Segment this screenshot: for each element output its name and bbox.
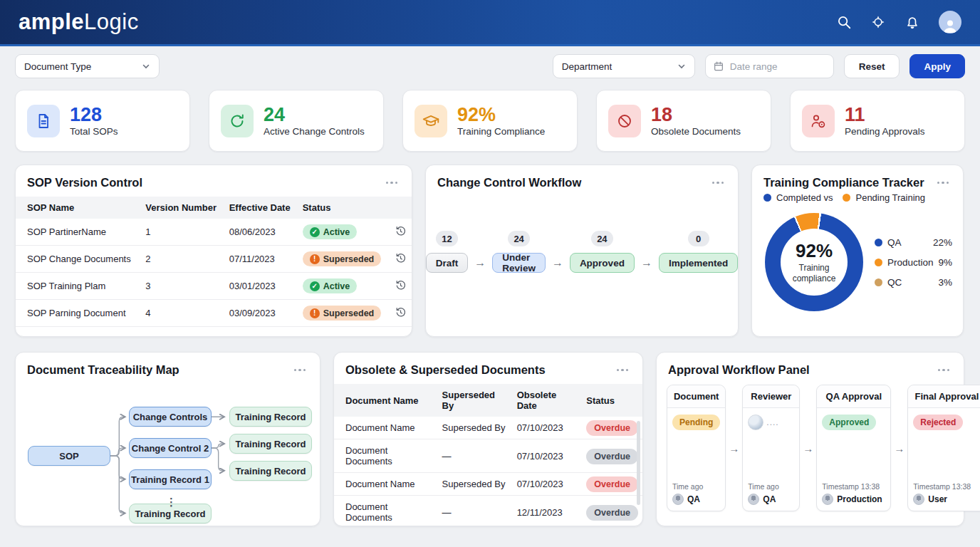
stage-approved: 24 Approved [570, 231, 635, 273]
filter-bar: Document Type Department Reset Apply [0, 46, 980, 78]
sop-name: SOP Change Documents [16, 246, 141, 273]
kpi-value: 92% [457, 105, 545, 125]
graduation-cap-icon [415, 105, 447, 137]
apply-button[interactable]: Apply [909, 54, 965, 78]
panel-menu-icon[interactable] [709, 179, 727, 187]
alert-icon: ! [310, 254, 320, 264]
history-icon[interactable] [395, 225, 407, 237]
person-pending-icon [802, 105, 835, 137]
col-header: Document Name [334, 384, 438, 417]
logo-text-light: Logic [84, 9, 139, 34]
stage-pill-approved[interactable]: Approved [570, 253, 635, 273]
timestamp-text: Timestamp 13:38 [822, 482, 885, 491]
reviewer-avatar [748, 415, 763, 430]
table-row: Document Documents — 12/11/2023 Overdue [334, 496, 642, 527]
sop-name: SOP Training Plam [16, 273, 141, 300]
legend-dot-qc [875, 278, 882, 286]
obsolete-date: 07/10/2023 [513, 417, 583, 439]
check-icon: ✓ [310, 281, 320, 291]
stage-pill-implemented[interactable]: Implemented [659, 253, 738, 273]
bottom-panel-row: Document Traceability Map [15, 352, 965, 526]
refresh-icon [221, 105, 254, 137]
compass-icon[interactable] [870, 14, 886, 30]
kpi-label: Pending Approvals [845, 126, 925, 137]
stage-under-review: 24 Under Review [492, 231, 546, 273]
panel-menu-icon[interactable] [383, 179, 401, 187]
chevron-down-icon [142, 62, 150, 71]
user-name: User [928, 494, 947, 504]
user-avatar[interactable] [939, 11, 961, 33]
amplelogic-logo[interactable]: ampleLogic [19, 9, 139, 35]
stage-count: 12 [436, 231, 457, 246]
status-badge: Overdue [586, 449, 638, 464]
donut-percentage: 92% [796, 240, 833, 262]
panel-title: Obsolete & Superseded Documents [345, 363, 546, 377]
kpi-pending-approvals[interactable]: 11 Pending Approvals [790, 90, 965, 152]
doc-name: Document Documents [334, 496, 438, 527]
filter-right-group: Department Reset Apply [553, 54, 965, 78]
change-control-workflow-panel: Change Control Workflow 12 Draft → 24 Un… [425, 165, 739, 337]
col-header: Final Approval [908, 385, 980, 408]
kpi-active-change-controls[interactable]: 24 Active Change Controls [209, 90, 384, 152]
kpi-obsolete-documents[interactable]: 18 Obsolete Documents [596, 90, 771, 152]
legend-value: 3% [939, 277, 953, 288]
history-icon[interactable] [395, 252, 407, 264]
top-navbar: ampleLogic [0, 0, 980, 46]
superseded-by: Superseded By [438, 417, 513, 439]
kpi-value: 128 [70, 105, 118, 125]
avatar-person-icon [942, 16, 959, 33]
stage-pill-under-review[interactable]: Under Review [492, 253, 546, 273]
status-badge: Overdue [586, 476, 638, 492]
obsolete-table: Document Name Superseded By Obsolete Dat… [334, 384, 642, 526]
document-type-select[interactable]: Document Type [15, 54, 160, 78]
legend-dot-qa [875, 239, 882, 246]
col-header: Superseded By [438, 384, 513, 417]
stage-pill-draft[interactable]: Draft [426, 253, 469, 273]
kpi-value: 18 [651, 105, 741, 125]
panel-menu-icon[interactable] [291, 366, 309, 375]
legend-label: Production [887, 257, 934, 268]
trace-node-sop[interactable]: SOP [28, 446, 110, 466]
sop-date: 08/06/2023 [225, 219, 298, 246]
scrollbar-thumb[interactable] [637, 421, 640, 505]
panel-menu-icon[interactable] [935, 366, 953, 375]
col-header: Status [298, 197, 390, 219]
trace-node-change-controls[interactable]: Change Controls [129, 407, 212, 427]
chevron-down-icon [677, 62, 686, 71]
trace-node-training-record-right-2[interactable]: Training Record [229, 434, 312, 454]
status-badge: Overdue [586, 505, 638, 521]
history-icon[interactable] [395, 279, 407, 291]
training-donut-chart[interactable]: 92% Trainingcompliance [765, 213, 863, 311]
panel-title: Training Compliance Tracker [763, 176, 924, 189]
trace-node-training-record-1[interactable]: Training Record 1 [129, 469, 212, 489]
legend-dot-production [875, 259, 882, 266]
panel-menu-icon[interactable] [614, 366, 632, 375]
date-range-input[interactable] [730, 61, 815, 72]
table-row: Document Name Superseded By 07/10/2023 O… [334, 417, 642, 439]
avatar [913, 494, 924, 505]
stage-implemented: 0 Implemented [659, 231, 738, 273]
panel-menu-icon[interactable] [934, 179, 952, 187]
trace-node-training-record-right-1[interactable]: Training Record [229, 407, 312, 427]
approval-col-reviewer: Reviewer .... Time ago QA [742, 385, 800, 511]
date-range-field[interactable] [705, 54, 834, 78]
kpi-total-sops[interactable]: 128 Total SOPs [15, 90, 190, 152]
superseded-by: Superseded By [438, 473, 513, 496]
trace-node-change-control-2[interactable]: Change Control 2 [129, 438, 212, 458]
document-traceability-panel: Document Traceability Map [15, 352, 320, 526]
trace-node-training-record-right-3[interactable]: Training Record [229, 461, 312, 481]
alert-icon: ! [310, 308, 320, 318]
status-badge: Rejected [913, 415, 963, 430]
reset-button[interactable]: Reset [844, 54, 900, 78]
search-icon[interactable] [836, 14, 852, 30]
legend-dot-pending [843, 194, 850, 202]
obsolete-date: 07/10/2023 [513, 439, 583, 473]
history-icon[interactable] [395, 306, 407, 318]
stage-count: 0 [688, 231, 709, 246]
ellipsis-vertical-icon: ⋮ [166, 498, 177, 507]
bell-icon[interactable] [905, 14, 920, 30]
doc-name: Document Name [334, 417, 438, 439]
table-row: SOP Training Plam 3 03/01/2023 ✓Active [16, 273, 412, 300]
kpi-training-compliance[interactable]: 92% Training Compliance [402, 90, 578, 152]
department-select[interactable]: Department [553, 54, 695, 78]
